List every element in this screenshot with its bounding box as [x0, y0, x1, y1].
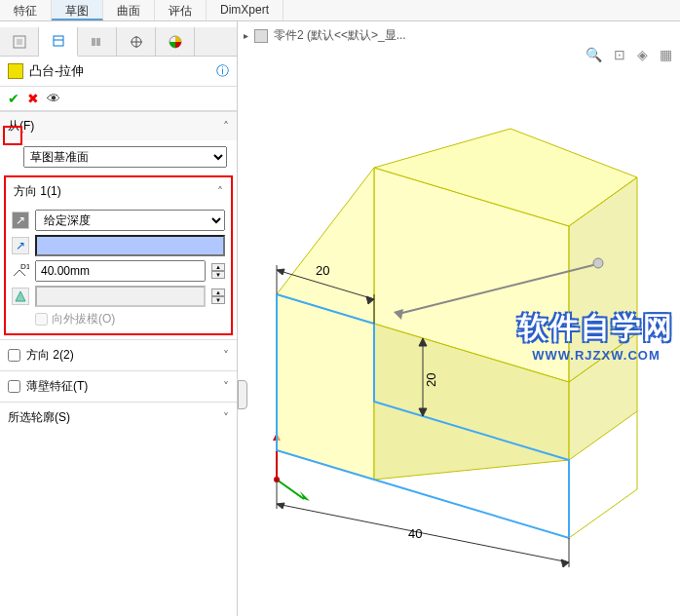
svg-marker-30	[277, 269, 284, 275]
fm-tab-configuration[interactable]	[78, 27, 117, 56]
ribbon-tab-features[interactable]: 特征	[0, 0, 52, 20]
draft-angle-input	[35, 286, 206, 307]
direction-vector-icon[interactable]: ↗	[12, 237, 29, 254]
depth-input[interactable]	[35, 260, 206, 282]
thin-feature-checkbox[interactable]	[8, 380, 20, 393]
draft-spinner[interactable]: ▲▼	[211, 289, 225, 304]
fm-tab-property-manager[interactable]	[39, 27, 78, 57]
chevron-down-icon: ˅	[223, 380, 229, 394]
part-icon	[254, 29, 268, 43]
direction1-header[interactable]: 方向 1(1) ˄	[6, 177, 231, 206]
direction1-label: 方向 1(1)	[14, 183, 61, 200]
extrude-boss-icon	[8, 63, 23, 79]
thin-feature-section[interactable]: 薄壁特征(T) ˅	[0, 370, 237, 402]
svg-point-25	[593, 258, 603, 268]
fm-tab-appearance[interactable]	[156, 27, 195, 56]
breadcrumb-expand-icon[interactable]: ▸	[244, 30, 248, 41]
direction2-checkbox[interactable]	[8, 349, 20, 362]
preview-toggle-button[interactable]: 👁	[47, 91, 60, 106]
draft-icon[interactable]	[12, 288, 29, 305]
panel-splitter[interactable]	[238, 380, 247, 409]
zoom-area-icon[interactable]: ⊡	[614, 47, 625, 62]
ribbon-tabs: 特征 草图 曲面 评估 DimXpert	[0, 0, 680, 21]
watermark-en: WWW.RJZXW.COM	[518, 348, 674, 363]
selected-contours-label: 所选轮廓(S)	[8, 409, 70, 426]
selected-contours-section[interactable]: 所选轮廓(S) ˅	[0, 402, 237, 433]
feature-header: 凸台-拉伸 ⓘ	[0, 57, 237, 86]
ribbon-tab-evaluate[interactable]: 评估	[155, 0, 207, 20]
end-condition-select[interactable]: 给定深度	[35, 210, 225, 231]
svg-marker-38	[277, 503, 284, 509]
fm-tab-feature-tree[interactable]	[0, 27, 39, 56]
display-style-icon[interactable]: ▦	[660, 47, 672, 62]
graphics-viewport[interactable]: ▸ 零件2 (默认<<默认>_显... 🔍 ⊡ ◈ ▦	[238, 21, 680, 616]
fm-tab-dimxpert[interactable]	[117, 27, 156, 56]
direction2-label: 方向 2(2)	[26, 347, 74, 364]
watermark-cn: 软件自学网	[518, 308, 674, 348]
viewport-heads-up-toolbar: 🔍 ⊡ ◈ ▦	[586, 47, 672, 62]
svg-text:D1: D1	[20, 262, 29, 271]
svg-rect-5	[96, 38, 100, 46]
ok-button[interactable]: ✔	[8, 91, 19, 106]
svg-rect-4	[92, 38, 95, 46]
svg-rect-1	[17, 39, 22, 45]
dimension-top: 20	[316, 263, 329, 278]
chevron-up-icon: ˄	[223, 120, 229, 134]
view-orientation-icon[interactable]: ◈	[637, 47, 648, 62]
from-select[interactable]: 草图基准面	[23, 146, 227, 168]
ribbon-tab-sketch[interactable]: 草图	[52, 0, 103, 20]
depth-spinner[interactable]: ▲▼	[211, 263, 225, 279]
breadcrumb: ▸ 零件2 (默认<<默认>_显...	[238, 25, 412, 46]
chevron-down-icon: ˅	[223, 411, 229, 425]
watermark: 软件自学网 WWW.RJZXW.COM	[518, 308, 674, 363]
ribbon-tab-surfaces[interactable]: 曲面	[103, 0, 155, 20]
chevron-down-icon: ˅	[223, 349, 229, 363]
direction1-highlight-box: 方向 1(1) ˄ ↗ 给定深度 ↗ D1 ▲▼	[4, 175, 233, 335]
svg-line-37	[277, 504, 569, 562]
from-section-header[interactable]: 从(F) ˄	[0, 112, 237, 140]
direction2-section[interactable]: 方向 2(2) ˅	[0, 339, 237, 370]
from-section: 从(F) ˄ 草图基准面	[0, 111, 237, 173]
confirm-bar: ✔ ✖ 👁	[0, 86, 237, 111]
draft-outward-checkbox	[35, 313, 48, 326]
property-manager-panel: 凸台-拉伸 ⓘ ✔ ✖ 👁 从(F) ˄ 草图基准面	[0, 21, 238, 616]
draft-outward-label: 向外拔模(O)	[52, 311, 115, 327]
dimension-right: 20	[424, 373, 438, 387]
chevron-up-icon: ˄	[217, 185, 223, 199]
ok-highlight-box	[3, 126, 22, 145]
breadcrumb-part-name[interactable]: 零件2 (默认<<默认>_显...	[274, 27, 406, 44]
svg-rect-2	[54, 36, 63, 46]
reverse-direction-icon[interactable]: ↗	[12, 212, 29, 229]
ribbon-tab-dimxpert[interactable]: DimXpert	[207, 0, 283, 20]
svg-line-13	[277, 480, 304, 499]
help-icon[interactable]: ⓘ	[216, 62, 229, 80]
draft-outward-row[interactable]: 向外拔模(O)	[35, 311, 225, 327]
cancel-button[interactable]: ✖	[27, 91, 39, 106]
zoom-fit-icon[interactable]: 🔍	[586, 47, 602, 62]
direction-vector-input[interactable]	[35, 235, 225, 256]
feature-manager-tabs	[0, 27, 237, 57]
thin-feature-label: 薄壁特征(T)	[26, 378, 88, 395]
svg-marker-39	[561, 559, 569, 567]
feature-title: 凸台-拉伸	[29, 62, 84, 80]
depth-icon: D1	[12, 262, 29, 280]
dimension-bottom: 40	[408, 526, 422, 541]
svg-marker-19	[277, 294, 374, 480]
